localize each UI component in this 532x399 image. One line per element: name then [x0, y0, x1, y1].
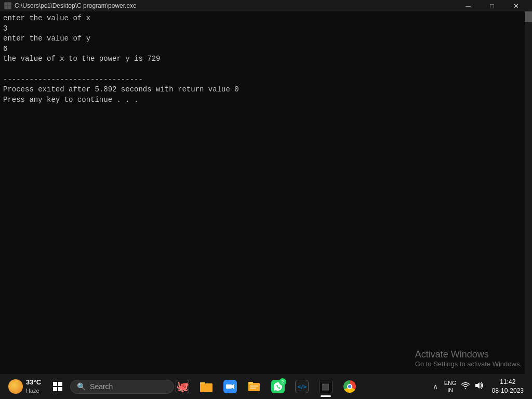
svg-rect-10 — [200, 383, 212, 392]
file-explorer-icon — [200, 380, 213, 393]
taskbar-app-file-explorer[interactable] — [195, 375, 218, 398]
chrome-icon — [343, 380, 356, 393]
files-icon — [247, 380, 261, 393]
taskbar-app-whatsapp[interactable]: 2 — [267, 375, 289, 398]
minimize-button[interactable]: ─ — [456, 0, 480, 11]
weather-description: Haze — [26, 387, 41, 394]
svg-rect-16 — [250, 385, 258, 387]
zoom-icon — [223, 380, 237, 393]
titlebar-left: C:\Users\pc1\Desktop\C program\power.exe — [4, 2, 137, 9]
scrollbar-thumb[interactable] — [525, 11, 532, 22]
taskbar-app-zoom[interactable] — [219, 375, 242, 398]
weather-widget[interactable]: 33°C Haze — [4, 378, 45, 394]
taskbar-app-devtools[interactable]: </> — [290, 375, 313, 398]
volume-icon[interactable] — [474, 381, 484, 392]
maximize-button[interactable]: □ — [480, 0, 504, 11]
svg-text:⬛: ⬛ — [322, 383, 329, 391]
lang-line2: IN — [447, 387, 453, 394]
start-button[interactable] — [47, 376, 68, 397]
clock-time: 11:42 — [500, 378, 515, 387]
taskbar-right: ∧ ENG IN 11:42 — [431, 378, 532, 395]
weather-icon — [8, 379, 23, 394]
taskbar-app-chrome[interactable] — [338, 375, 361, 398]
svg-rect-5 — [58, 382, 62, 386]
window-title: C:\Users\pc1\Desktop\C program\power.exe — [15, 2, 137, 9]
taskbar: 33°C Haze 🔍 Search 🐙 — [0, 374, 532, 399]
app-icon — [4, 2, 11, 9]
chrome-circle — [343, 380, 356, 393]
helix-icon: 🐙 — [176, 380, 189, 393]
clock-date: 08-10-2023 — [492, 387, 524, 395]
svg-rect-6 — [53, 387, 57, 391]
clock[interactable]: 11:42 08-10-2023 — [488, 378, 528, 395]
whatsapp-badge: 2 — [279, 378, 286, 385]
taskbar-app-files[interactable] — [243, 375, 265, 398]
svg-rect-3 — [8, 6, 11, 9]
titlebar: C:\Users\pc1\Desktop\C program\power.exe… — [0, 0, 532, 11]
svg-rect-1 — [8, 3, 11, 5]
svg-marker-22 — [475, 382, 480, 389]
lang-line1: ENG — [444, 379, 457, 387]
taskbar-app-terminal[interactable]: ⬛ — [314, 375, 337, 398]
tray-overflow-button[interactable]: ∧ — [431, 380, 440, 393]
console-area: enter the value of x 3 enter the value o… — [0, 11, 532, 374]
console-output: enter the value of x 3 enter the value o… — [3, 14, 529, 105]
devtools-icon: </> — [295, 380, 309, 393]
chrome-inner-circle — [347, 384, 352, 389]
system-tray: ∧ ENG IN 11:42 — [431, 378, 528, 395]
taskbar-center: 🐙 — [171, 375, 361, 398]
terminal-icon: ⬛ — [319, 380, 332, 393]
scrollbar[interactable] — [525, 11, 532, 374]
taskbar-left: 33°C Haze 🔍 Search — [0, 376, 174, 397]
svg-rect-12 — [226, 384, 232, 389]
taskbar-app-helix[interactable]: 🐙 — [171, 375, 194, 398]
svg-rect-0 — [5, 3, 7, 5]
weather-temperature: 33°C — [26, 378, 41, 387]
close-button[interactable]: ✕ — [504, 0, 528, 11]
language-indicator[interactable]: ENG IN — [444, 379, 457, 394]
svg-rect-4 — [53, 382, 57, 386]
wifi-icon[interactable] — [461, 381, 470, 392]
search-icon: 🔍 — [77, 382, 86, 391]
svg-rect-14 — [248, 383, 260, 391]
search-bar[interactable]: 🔍 Search — [70, 380, 174, 394]
svg-rect-17 — [250, 388, 256, 389]
svg-rect-15 — [248, 382, 253, 384]
window-controls: ─ □ ✕ — [456, 0, 528, 11]
search-label: Search — [90, 382, 113, 391]
active-indicator — [321, 395, 331, 397]
svg-rect-2 — [5, 6, 7, 9]
weather-text: 33°C Haze — [26, 378, 41, 394]
svg-rect-7 — [58, 387, 62, 391]
svg-rect-21 — [321, 381, 331, 383]
